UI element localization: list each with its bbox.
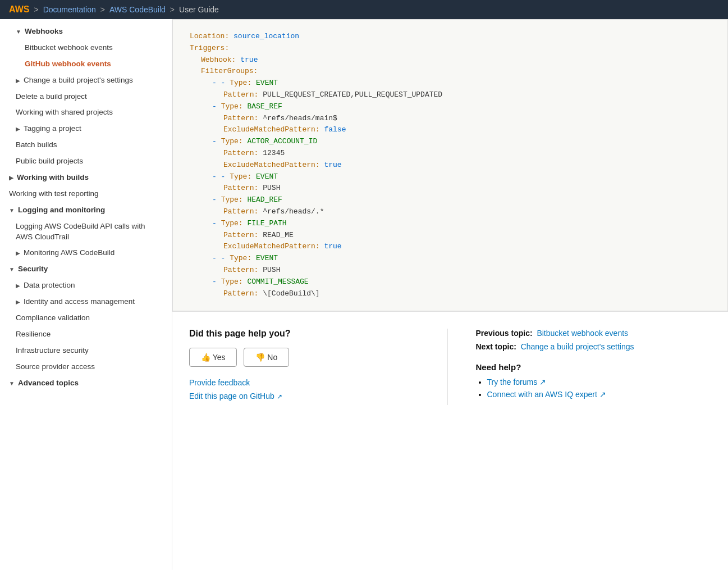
sidebar-item-public-builds[interactable]: Public build projects <box>0 153 172 170</box>
sidebar-label-test-reporting: Working with test reporting <box>9 189 163 199</box>
sidebar-label-cloudtrail: Logging AWS CodeBuild API calls with AWS… <box>16 221 163 243</box>
code-block-6-pattern: Pattern: READ_ME <box>190 230 711 242</box>
code-block-8-type: - Type: COMMIT_MESSAGE <box>190 276 711 288</box>
code-block-1-pattern: Pattern: PULL_REQUEST_CREATED,PULL_REQUE… <box>190 89 711 101</box>
next-topic-link[interactable]: Change a build project's settings <box>521 342 634 351</box>
iq-ext-icon: ↗ <box>599 390 606 399</box>
chevron-advanced: ▼ <box>9 380 15 388</box>
sidebar-item-change-build[interactable]: ▶ Change a build project's settings <box>0 72 172 89</box>
external-link-icon: ↗ <box>277 393 282 401</box>
help-item-forums: Try the forums ↗ <box>487 378 712 386</box>
yes-button[interactable]: 👍 Yes <box>189 348 237 367</box>
sidebar-item-compliance[interactable]: Compliance validation <box>0 310 172 326</box>
code-line-location: Location: source_location <box>190 31 711 43</box>
code-line-filtergroups: FilterGroups: <box>190 66 711 78</box>
breadcrumb-codebuild[interactable]: AWS CodeBuild <box>109 5 166 14</box>
sidebar-item-data-protection[interactable]: ▶ Data protection <box>0 278 172 294</box>
sidebar-label-resilience: Resilience <box>16 329 163 340</box>
sidebar-label-batch: Batch builds <box>16 140 163 151</box>
sidebar-label-infrastructure: Infrastructure security <box>16 345 163 356</box>
sidebar-item-shared-projects[interactable]: Working with shared projects <box>0 104 172 121</box>
feedback-buttons: 👍 Yes 👎 No <box>189 348 425 367</box>
sidebar-item-test-reporting[interactable]: Working with test reporting <box>0 186 172 202</box>
code-block-2-pattern: Pattern: ^refs/heads/main$ <box>190 113 711 125</box>
sep2: > <box>100 5 105 14</box>
help-list: Try the forums ↗ Connect with an AWS IQ … <box>476 378 712 399</box>
sidebar-item-github-webhook[interactable]: GitHub webhook events <box>0 56 172 72</box>
sidebar-item-monitoring[interactable]: ▶ Monitoring AWS CodeBuild <box>0 245 172 261</box>
sidebar-item-webhooks[interactable]: ▼ Webhooks <box>0 24 172 40</box>
sidebar-label-public: Public build projects <box>16 156 163 167</box>
forums-link[interactable]: Try the forums ↗ <box>487 378 547 386</box>
sidebar-label-advanced: Advanced topics <box>18 378 163 389</box>
footer-section: Did this page help you? 👍 Yes 👎 No Provi… <box>172 311 728 422</box>
sidebar-item-resilience[interactable]: Resilience <box>0 326 172 343</box>
feedback-title: Did this page help you? <box>189 329 425 339</box>
code-block-4-type: - - Type: EVENT <box>190 171 711 183</box>
code-block-7-pattern: Pattern: PUSH <box>190 265 711 276</box>
sidebar-label-change-build: Change a build project's settings <box>24 75 163 86</box>
code-block-3-pattern: Pattern: 12345 <box>190 148 711 160</box>
sidebar-label-monitoring: Monitoring AWS CodeBuild <box>24 248 163 258</box>
previous-topic-link[interactable]: Bitbucket webhook events <box>537 329 628 338</box>
chevron-working-builds: ▶ <box>9 174 13 182</box>
forums-ext-icon: ↗ <box>539 378 546 386</box>
sidebar-label-compliance: Compliance validation <box>16 313 163 324</box>
sidebar-item-working-builds[interactable]: ▶ Working with builds <box>0 170 172 186</box>
top-navigation: AWS > Documentation > AWS CodeBuild > Us… <box>0 0 728 19</box>
code-block-7-type: - - Type: EVENT <box>190 253 711 265</box>
sidebar-item-logging[interactable]: ▼ Logging and monitoring <box>0 202 172 219</box>
sidebar-label-working-builds: Working with builds <box>17 172 163 183</box>
sidebar-label-bitbucket: Bitbucket webhook events <box>25 43 163 53</box>
breadcrumb-documentation[interactable]: Documentation <box>43 5 96 14</box>
previous-topic-label: Previous topic: Bitbucket webhook events <box>476 329 712 338</box>
code-block-2-exclude: ExcludeMatchedPattern: false <box>190 124 711 136</box>
sidebar-item-identity-access[interactable]: ▶ Identity and access management <box>0 294 172 310</box>
sidebar-label-tagging: Tagging a project <box>24 124 163 134</box>
sidebar-item-infrastructure[interactable]: Infrastructure security <box>0 343 172 359</box>
sidebar-label-identity: Identity and access management <box>24 297 163 307</box>
main-content: Location: source_location Triggers: Webh… <box>172 19 728 570</box>
help-item-iq: Connect with an AWS IQ expert ↗ <box>487 390 712 399</box>
code-block-6-type: - Type: FILE_PATH <box>190 218 711 230</box>
iq-link[interactable]: Connect with an AWS IQ expert ↗ <box>487 390 606 399</box>
next-topic-label: Next topic: Change a build project's set… <box>476 342 712 351</box>
sidebar-item-delete-build[interactable]: Delete a build project <box>0 89 172 105</box>
sidebar-label-source-provider: Source provider access <box>16 362 163 372</box>
sidebar-label-logging: Logging and monitoring <box>18 205 163 216</box>
no-button[interactable]: 👎 No <box>244 348 289 367</box>
code-block-5-pattern: Pattern: ^refs/heads/.* <box>190 206 711 218</box>
sidebar-item-bitbucket-webhook[interactable]: Bitbucket webhook events <box>0 40 172 56</box>
code-block-3-exclude: ExcludeMatchedPattern: true <box>190 160 711 171</box>
chevron-tagging: ▶ <box>16 125 20 133</box>
feedback-panel: Did this page help you? 👍 Yes 👎 No Provi… <box>189 329 448 405</box>
code-block-6-exclude: ExcludeMatchedPattern: true <box>190 241 711 253</box>
sep1: > <box>34 5 38 14</box>
sidebar-item-source-provider[interactable]: Source provider access <box>0 359 172 375</box>
code-block-3-type: - Type: ACTOR_ACCOUNT_ID <box>190 136 711 148</box>
edit-github-link[interactable]: Edit this page on GitHub ↗ <box>189 392 425 401</box>
chevron-change-build: ▶ <box>16 77 20 85</box>
chevron-webhooks: ▼ <box>16 28 21 36</box>
sidebar-label-github: GitHub webhook events <box>25 59 163 70</box>
sidebar-item-advanced[interactable]: ▼ Advanced topics <box>0 375 172 392</box>
code-block-2-type: - Type: BASE_REF <box>190 101 711 113</box>
need-help-title: Need help? <box>476 362 712 372</box>
chevron-data-protection: ▶ <box>16 282 20 290</box>
chevron-security: ▼ <box>9 266 15 274</box>
code-line-webhook: Webhook: true <box>190 54 711 66</box>
sidebar: ▼ Webhooks Bitbucket webhook events GitH… <box>0 19 172 570</box>
code-block-4-pattern: Pattern: PUSH <box>190 183 711 194</box>
aws-logo[interactable]: AWS <box>9 4 29 15</box>
sidebar-item-tagging[interactable]: ▶ Tagging a project <box>0 121 172 137</box>
sidebar-label-delete-build: Delete a build project <box>16 92 163 102</box>
sidebar-label-shared-projects: Working with shared projects <box>16 107 163 118</box>
sidebar-item-batch-builds[interactable]: Batch builds <box>0 137 172 153</box>
sidebar-label-webhooks: Webhooks <box>25 26 163 37</box>
provide-feedback-link[interactable]: Provide feedback <box>189 378 425 387</box>
previous-label-text: Previous topic: <box>476 329 533 338</box>
sidebar-item-cloudtrail[interactable]: Logging AWS CodeBuild API calls with AWS… <box>0 219 172 245</box>
topics-panel: Previous topic: Bitbucket webhook events… <box>470 329 712 405</box>
sidebar-item-security[interactable]: ▼ Security <box>0 261 172 278</box>
chevron-identity: ▶ <box>16 298 20 306</box>
